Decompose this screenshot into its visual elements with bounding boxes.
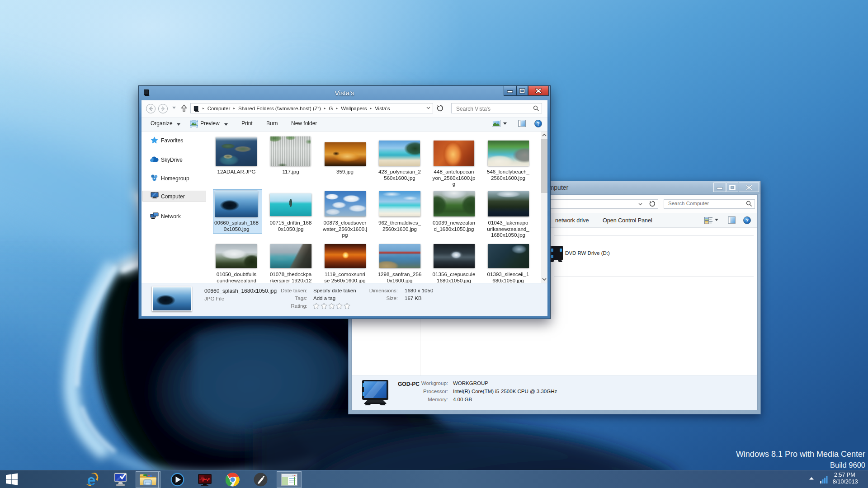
svg-text:?: ? <box>537 121 540 127</box>
svg-text:?: ? <box>745 218 749 223</box>
svg-text:e: e <box>87 472 96 487</box>
